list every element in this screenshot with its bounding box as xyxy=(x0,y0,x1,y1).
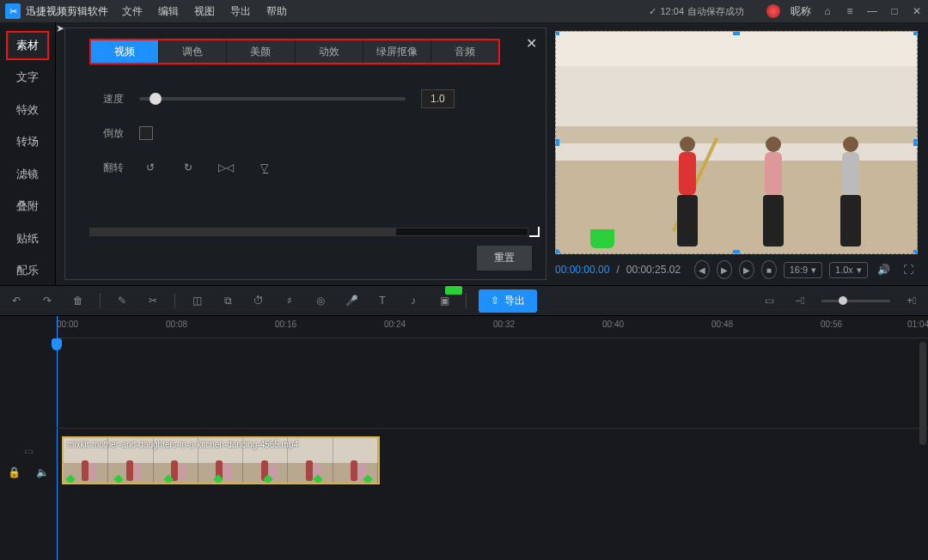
total-time: 00:00:25.02 xyxy=(626,264,681,276)
titlebar: ✂ 迅捷视频剪辑软件 文件 编辑 视图 导出 帮助 ✓12:04自动保存成功 昵… xyxy=(0,0,928,22)
flip-row: 翻转 ↺ ↻ ▷◁ ▽̲ xyxy=(89,150,539,185)
ruler-tick: 00:24 xyxy=(384,320,406,329)
close-button[interactable]: ✕ xyxy=(911,5,923,17)
tab-audio[interactable]: 音频 xyxy=(431,40,498,63)
ruler-tick: 00:16 xyxy=(275,320,296,329)
time-ruler[interactable]: 00:00 00:08 00:16 00:24 00:32 00:40 00:4… xyxy=(57,316,928,338)
redo-icon[interactable]: ↷ xyxy=(38,291,57,310)
preview-pane: 00:00:00.00 / 00:00:25.02 ◀ ▶ ▶ ■ 16:9▾ … xyxy=(550,22,928,285)
text-icon[interactable]: T xyxy=(373,291,392,310)
ruler-tick: 00:32 xyxy=(493,320,515,329)
menu-edit[interactable]: 编辑 xyxy=(158,4,179,19)
edit-icon[interactable]: ✎ xyxy=(113,291,131,310)
tab-beauty[interactable]: 美颜 xyxy=(227,40,295,63)
flip-vertical-icon[interactable]: ▽̲ xyxy=(253,156,275,179)
next-frame-button[interactable]: ▶ xyxy=(739,260,754,279)
ruler-tick: 00:08 xyxy=(166,320,187,329)
video-track-icon[interactable]: ▭ xyxy=(24,445,34,457)
user-nickname[interactable]: 昵称 xyxy=(791,4,811,19)
sidebar-item-text[interactable]: 文字 xyxy=(6,64,49,93)
user-avatar[interactable] xyxy=(766,4,780,18)
volume-icon[interactable]: 🔊 xyxy=(875,259,893,281)
speed-label: 速度 xyxy=(89,92,124,107)
play-button[interactable]: ▶ xyxy=(717,260,732,279)
copy-icon[interactable]: ⧉ xyxy=(218,291,237,310)
panel-scrollbar[interactable] xyxy=(89,228,528,236)
sidebar-item-material[interactable]: 素材 xyxy=(6,31,49,60)
sidebar-item-music[interactable]: 配乐 xyxy=(6,257,49,286)
adjust-icon[interactable]: ♯ xyxy=(280,291,299,310)
main-menu: 文件 编辑 视图 导出 帮助 xyxy=(122,4,287,19)
menu-icon[interactable]: ≡ xyxy=(844,5,856,17)
clip-filename: mixkit-mother-and-daughters-in-a-kitchen… xyxy=(67,440,298,449)
prev-frame-button[interactable]: ◀ xyxy=(694,260,710,279)
timeline: 00:00 00:08 00:16 00:24 00:32 00:40 00:4… xyxy=(0,316,928,560)
sidebar-item-sticker[interactable]: 贴纸 xyxy=(6,224,49,253)
home-icon[interactable]: ⌂ xyxy=(821,5,833,17)
delete-icon[interactable]: 🗑 xyxy=(69,291,88,310)
zoom-out-icon[interactable]: −⃝ xyxy=(791,291,809,310)
minimize-button[interactable]: — xyxy=(866,5,878,17)
zoom-slider[interactable] xyxy=(821,300,890,302)
menu-help[interactable]: 帮助 xyxy=(266,4,287,19)
ruler-tick: 00:00 xyxy=(57,320,78,329)
voice-icon[interactable]: ♪ xyxy=(404,291,423,310)
rotate-ccw-icon[interactable]: ↺ xyxy=(139,156,162,179)
undo-icon[interactable]: ↶ xyxy=(7,291,26,310)
flip-label: 翻转 xyxy=(89,161,124,175)
time-sep: / xyxy=(616,264,619,276)
stop-button[interactable]: ■ xyxy=(761,260,777,279)
app-logo: ✂ xyxy=(5,3,21,19)
fit-icon[interactable]: ▭ xyxy=(760,291,778,310)
menu-view[interactable]: 视图 xyxy=(194,4,215,19)
crop-icon[interactable]: ◫ xyxy=(187,291,206,310)
fullscreen-icon[interactable]: ⛶ xyxy=(900,259,918,281)
flip-horizontal-icon[interactable]: ▷◁ xyxy=(215,156,237,179)
playhead[interactable] xyxy=(57,316,58,560)
reverse-label: 倒放 xyxy=(89,126,124,141)
tab-video[interactable]: 视频 xyxy=(91,40,159,63)
speed-value[interactable]: 1.0 xyxy=(421,89,455,108)
menu-file[interactable]: 文件 xyxy=(122,4,143,19)
panel-close-icon[interactable]: ✕ xyxy=(526,35,537,52)
speed-slider[interactable] xyxy=(139,97,406,100)
sidebar-item-effects[interactable]: 特效 xyxy=(6,95,49,125)
lock-icon[interactable]: 🔒 xyxy=(8,466,21,478)
speed-row: 速度 1.0 xyxy=(89,82,539,116)
current-time: 00:00:00.00 xyxy=(555,264,609,276)
panel-tabs: 视频 调色 美颜 动效 绿屏抠像 音频 xyxy=(89,39,500,64)
tab-greenscreen[interactable]: 绿屏抠像 xyxy=(363,40,431,63)
aspect-ratio-select[interactable]: 16:9▾ xyxy=(784,262,822,278)
autosave-status: ✓12:04自动保存成功 xyxy=(649,5,744,18)
sidebar-item-overlay[interactable]: 叠附 xyxy=(6,192,49,222)
ruler-tick: 00:56 xyxy=(821,320,842,329)
left-sidebar: 素材 文字 特效 转场 滤镜 叠附 贴纸 配乐 xyxy=(0,22,56,285)
timeline-scrollbar[interactable] xyxy=(919,342,926,445)
preview-frame[interactable] xyxy=(555,31,918,254)
reset-button[interactable]: 重置 xyxy=(477,246,532,271)
export-button[interactable]: ⇧导出 xyxy=(479,289,537,313)
sidebar-item-filter[interactable]: 滤镜 xyxy=(6,160,49,189)
reverse-checkbox[interactable] xyxy=(139,126,153,140)
tab-color[interactable]: 调色 xyxy=(159,40,227,63)
template-icon[interactable]: ▣ xyxy=(435,291,454,310)
reverse-row: 倒放 xyxy=(89,116,539,150)
playback-rate-select[interactable]: 1.0x▾ xyxy=(829,262,868,278)
ruler-tick: 00:48 xyxy=(711,320,733,329)
marker-icon[interactable]: ◎ xyxy=(311,291,330,310)
ruler-tick: 01:04 xyxy=(907,320,928,329)
annotation-arrow: ➤ xyxy=(56,22,64,285)
mute-icon[interactable]: 🔈 xyxy=(36,466,49,478)
video-clip[interactable]: mixkit-mother-and-daughters-in-a-kitchen… xyxy=(62,436,380,484)
menu-export[interactable]: 导出 xyxy=(230,4,251,19)
maximize-button[interactable]: □ xyxy=(888,5,901,17)
mic-icon[interactable]: 🎤 xyxy=(342,291,361,310)
cut-icon[interactable]: ✂ xyxy=(143,291,162,310)
tab-motion[interactable]: 动效 xyxy=(296,40,363,63)
timeline-toolbar: ↶ ↷ 🗑 ✎ ✂ ◫ ⧉ ⏱ ♯ ◎ 🎤 T ♪ ▣ ⇧导出 ▭ −⃝ +⃝ xyxy=(0,285,928,316)
properties-panel: ✕ 视频 调色 美颜 动效 绿屏抠像 音频 速度 1.0 倒放 翻转 ↺ ↻ ▷… xyxy=(64,27,546,280)
speed-icon[interactable]: ⏱ xyxy=(249,291,268,310)
sidebar-item-transition[interactable]: 转场 xyxy=(6,128,49,157)
rotate-cw-icon[interactable]: ↻ xyxy=(177,156,199,179)
zoom-in-icon[interactable]: +⃝ xyxy=(902,291,921,310)
